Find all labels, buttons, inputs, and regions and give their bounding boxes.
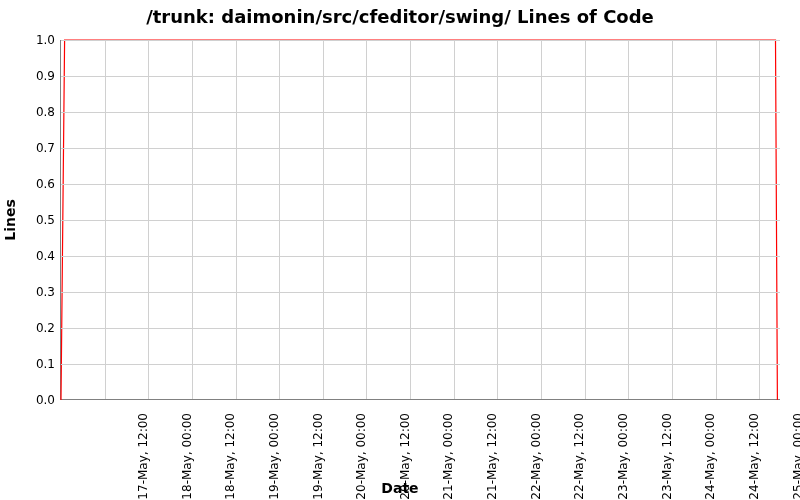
x-tick-label: 24-May, 00:00: [703, 413, 717, 500]
x-gridline: [236, 40, 237, 399]
x-tick-label: 24-May, 12:00: [747, 413, 761, 500]
y-tick-label: 0.3: [10, 285, 55, 299]
x-gridline: [541, 40, 542, 399]
x-tick-label: 23-May, 12:00: [659, 413, 673, 500]
y-tick-label: 0.5: [10, 213, 55, 227]
chart-title: /trunk: daimonin/src/cfeditor/swing/ Lin…: [0, 6, 800, 27]
x-gridline: [497, 40, 498, 399]
y-tick-label: 0.6: [10, 177, 55, 191]
y-tick-label: 0.0: [10, 393, 55, 407]
x-tick-label: 20-May, 12:00: [397, 413, 411, 500]
x-gridline: [279, 40, 280, 399]
chart-container: /trunk: daimonin/src/cfeditor/swing/ Lin…: [0, 0, 800, 500]
x-tick-label: 17-May, 12:00: [136, 413, 150, 500]
x-gridline: [410, 40, 411, 399]
x-tick-label: 18-May, 00:00: [179, 413, 193, 500]
x-tick-label: 23-May, 00:00: [616, 413, 630, 500]
x-gridline: [585, 40, 586, 399]
x-gridline: [716, 40, 717, 399]
x-tick-label: 22-May, 12:00: [572, 413, 586, 500]
x-tick-label: 20-May, 00:00: [354, 413, 368, 500]
x-gridline: [323, 40, 324, 399]
x-gridline: [759, 40, 760, 399]
plot-area: [60, 40, 780, 400]
x-tick-label: 21-May, 00:00: [441, 413, 455, 500]
y-tick-label: 0.7: [10, 141, 55, 155]
x-tick-label: 19-May, 12:00: [310, 413, 324, 500]
x-tick-label: 25-May, 00:00: [790, 413, 800, 500]
x-gridline: [105, 40, 106, 399]
x-gridline: [192, 40, 193, 399]
x-tick-label: 21-May, 12:00: [485, 413, 499, 500]
y-tick-label: 0.1: [10, 357, 55, 371]
x-gridline: [366, 40, 367, 399]
x-tick-label: 18-May, 12:00: [223, 413, 237, 500]
x-gridline: [672, 40, 673, 399]
x-tick-label: 22-May, 00:00: [528, 413, 542, 500]
y-tick-label: 0.2: [10, 321, 55, 335]
x-gridline: [454, 40, 455, 399]
x-tick-label: 19-May, 00:00: [267, 413, 281, 500]
y-tick-label: 1.0: [10, 33, 55, 47]
y-tick-label: 0.9: [10, 69, 55, 83]
y-tick-label: 0.8: [10, 105, 55, 119]
y-tick-label: 0.4: [10, 249, 55, 263]
x-gridline: [148, 40, 149, 399]
x-gridline: [628, 40, 629, 399]
